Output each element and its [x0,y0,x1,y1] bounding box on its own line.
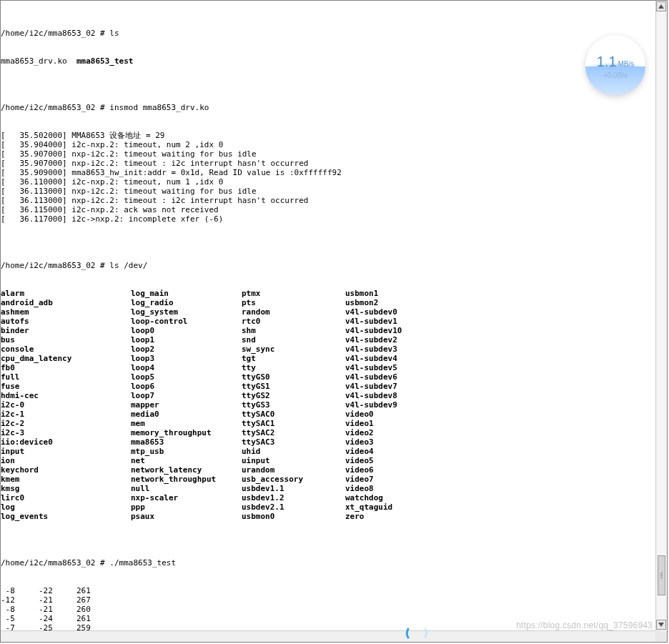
dev-entry: log_main [131,289,242,298]
dev-entry: video7 [345,475,402,484]
dev-entry: loop4 [131,363,242,372]
xyz-row: -8 -21 260 [1,605,655,614]
dev-entry: loop1 [131,335,242,345]
dev-entry: mma8653 [131,437,242,447]
dev-entry: usbdev1.1 [242,484,345,493]
prompt-line: /home/i2c/mma8653_02 # ./mma8653_test [1,558,655,568]
dev-entry: network_throughput [131,475,242,484]
dev-entry: v4l-subdev7 [345,382,402,391]
dev-entry: android_adb [1,298,131,307]
dev-entry: xt_qtaguid [345,502,402,512]
dev-entry: v4l-subdev8 [345,391,402,400]
dev-entry: ashmem [1,307,131,317]
dev-entry: video1 [345,419,402,428]
scrollbar-corner [655,630,667,642]
dev-entry: video3 [345,437,402,447]
dev-entry: ttyGS1 [242,382,345,391]
dev-entry: uhid [242,447,345,456]
terminal-window: /home/i2c/mma8653_02 # ls mma8653_drv.ko… [0,0,668,643]
dev-entry: v4l-subdev0 [345,307,402,317]
dev-entry: bus [1,335,131,345]
dev-entry: random [242,307,345,317]
kmsg-line: [ 35.904000] i2c-nxp.2: timeout, num 2 ,… [1,140,655,149]
vertical-scrollbar[interactable] [655,1,667,630]
dev-entry: ttyGS2 [242,391,345,400]
dev-entry: usbmon1 [345,289,402,298]
dev-entry: loop2 [131,345,242,354]
dev-entry: lirc0 [1,493,131,502]
horizontal-scrollbar[interactable] [1,630,655,642]
dev-entry: v4l-subdev6 [345,372,402,382]
dev-entry: alarm [1,289,131,298]
dev-entry: null [131,484,242,493]
dev-entry: kmsg [1,484,131,493]
dev-entry: log_events [1,512,131,521]
dev-entry: v4l-subdev1 [345,317,402,326]
dev-entry: hdmi-cec [1,391,131,400]
dev-entry: loop5 [131,372,242,382]
dev-entry: ion [1,456,131,465]
xyz-row: -8 -22 261 [1,586,655,595]
dev-entry: usb_accessory [242,475,345,484]
dev-entry: v4l-subdev9 [345,400,402,410]
terminal-output[interactable]: /home/i2c/mma8653_02 # ls mma8653_drv.ko… [1,1,655,630]
dev-entry: pts [242,298,345,307]
network-speed-badge[interactable]: 1.1MB/s +0.0B/s [585,35,645,95]
dev-entry: mtp_usb [131,447,242,456]
dev-entry: console [1,345,131,354]
scrollbar-thumb[interactable] [658,555,665,595]
kernel-messages: [ 35.502000] MMA8653 设备地址 = 29[ 35.90400… [1,131,655,224]
scroll-up-button[interactable] [656,1,666,11]
kmsg-line: [ 35.502000] MMA8653 设备地址 = 29 [1,131,655,140]
dev-entry: autofs [1,317,131,326]
kmsg-line: [ 35.909000] mma8653_hw_init:addr = 0x1d… [1,168,655,177]
scroll-down-button[interactable] [656,620,666,630]
dev-entry: iio:device0 [1,437,131,447]
prompt-line: /home/i2c/mma8653_02 # insmod mma8653_dr… [1,103,655,112]
dev-entry: i2c-0 [1,400,131,410]
dev-entry: shm [242,326,345,335]
dev-entry: log [1,502,131,512]
dev-entry: network_latency [131,465,242,475]
dev-entry: video8 [345,484,402,493]
dev-listing: alarmandroid_adbashmemautofsbinderbuscon… [1,289,655,521]
dev-entry: video6 [345,465,402,475]
dev-entry: ttyGS0 [242,372,345,382]
dev-entry: video4 [345,447,402,456]
dev-entry: ttySAC2 [242,428,345,437]
chevron-up-icon [658,4,664,9]
dev-entry: binder [1,326,131,335]
dev-entry: log_system [131,307,242,317]
kmsg-line: [ 36.113000] nxp-i2c.2: timeout : i2c in… [1,196,655,205]
dev-entry: loop7 [131,391,242,400]
dev-entry: uinput [242,456,345,465]
speed-text: 1.1MB/s +0.0B/s [585,54,645,79]
dev-entry: cpu_dma_latency [1,354,131,363]
dev-entry: v4l-subdev4 [345,354,402,363]
prompt-line: /home/i2c/mma8653_02 # ls [1,29,655,38]
loading-spinner-icon [405,626,428,640]
dev-entry: i2c-3 [1,428,131,437]
kmsg-line: [ 36.113000] nxp-i2c.2: timeout waiting … [1,187,655,196]
watermark-text: https://blog.csdn.net/qq_37596943 [516,620,653,630]
dev-entry: i2c-2 [1,419,131,428]
dev-entry: i2c-1 [1,410,131,419]
kmsg-line: [ 35.907000] nxp-i2c.2: timeout : i2c in… [1,159,655,168]
dev-entry: keychord [1,465,131,475]
dev-entry: media0 [131,410,242,419]
dev-entry: log_radio [131,298,242,307]
dev-entry: usbmon0 [242,512,345,521]
dev-entry: tty [242,363,345,372]
dev-entry: ptmx [242,289,345,298]
dev-entry: mem [131,419,242,428]
scrollbar-track[interactable] [657,12,666,619]
dev-entry: v4l-subdev5 [345,363,402,372]
dev-entry: ttyGS3 [242,400,345,410]
dev-entry: urandom [242,465,345,475]
dev-entry: v4l-subdev2 [345,335,402,345]
dev-entry: video0 [345,410,402,419]
dev-entry: tgt [242,354,345,363]
dev-entry: usbmon2 [345,298,402,307]
dev-entry: rtc0 [242,317,345,326]
ls-output: mma8653_drv.ko mma8653_test [1,56,655,66]
